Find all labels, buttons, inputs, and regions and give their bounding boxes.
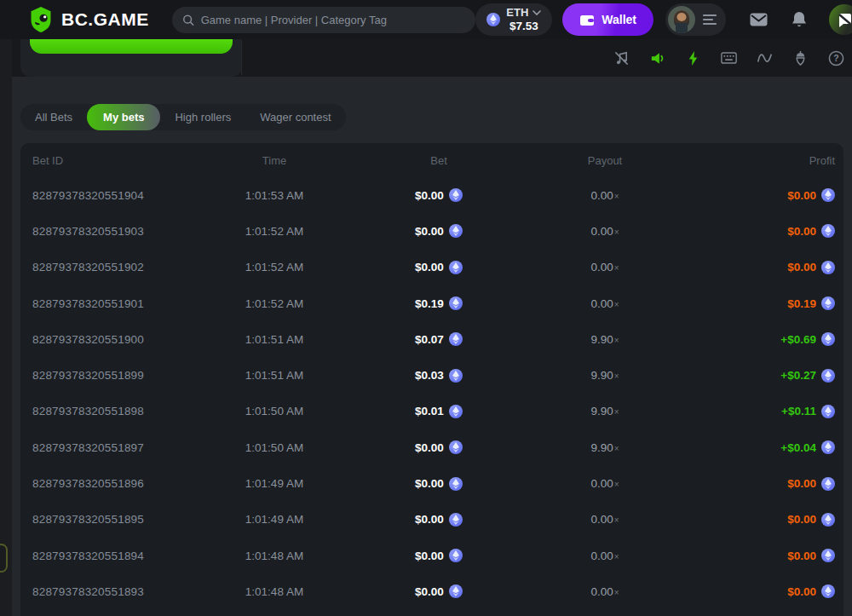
table-row[interactable]: 82879378320551895 1:01:49 AM $0.00 0.00×… — [20, 502, 843, 538]
table-row[interactable]: 82879378320551896 1:01:49 AM $0.00 0.00×… — [20, 465, 843, 501]
bet-id-cell[interactable]: 82879378320551898 — [20, 405, 191, 417]
tab-all-bets[interactable]: All Bets — [20, 104, 87, 130]
bet-id-cell[interactable]: 82879378320551893 — [20, 585, 191, 598]
bet-id-cell[interactable]: 82879378320551899 — [20, 369, 191, 382]
profit-cell: $0.00 — [690, 188, 843, 202]
payout-cell: 0.00× — [520, 297, 690, 310]
wave-icon[interactable] — [757, 50, 773, 66]
tab-high-rollers[interactable]: High rollers — [160, 104, 245, 130]
bet-id-cell[interactable]: 82879378320551904 — [20, 189, 191, 202]
payout-value: 0.00 — [590, 261, 613, 273]
table-row[interactable]: 82879378320551902 1:01:52 AM $0.00 0.00×… — [20, 250, 843, 285]
profit-cell: +$0.04 — [690, 440, 843, 454]
eth-coin-icon — [449, 549, 463, 562]
payout-cell: 0.00× — [520, 477, 690, 490]
bet-id-cell[interactable]: 82879378320551900 — [20, 333, 191, 346]
bet-cell: $0.07 — [358, 332, 520, 346]
edge-widget-fragment[interactable] — [0, 544, 8, 573]
profit-cell: $0.00 — [690, 549, 843, 562]
music-off-icon[interactable] — [613, 50, 630, 66]
table-row[interactable]: 82879378320551898 1:01:50 AM $0.01 9.90×… — [20, 394, 843, 429]
table-row[interactable]: 82879378320551893 1:01:48 AM $0.00 0.00×… — [20, 573, 843, 609]
acorn-icon[interactable] — [792, 50, 809, 66]
multiplier-symbol: × — [614, 407, 619, 417]
bell-icon[interactable] — [792, 11, 807, 28]
payout-value: 0.00 — [590, 225, 613, 238]
bet-cell: $0.00 — [358, 513, 520, 527]
payout-value: 9.90 — [590, 369, 613, 382]
tab-wager-contest[interactable]: Wager contest — [245, 104, 345, 130]
bets-table-body: 82879378320551904 1:01:53 AM $0.00 0.00×… — [20, 177, 843, 610]
profile-menu[interactable] — [665, 3, 726, 36]
bet-amount: $0.00 — [415, 513, 444, 526]
multiplier-symbol: × — [614, 588, 619, 597]
multiplier-symbol: × — [614, 552, 619, 561]
table-row[interactable]: 82879378320551901 1:01:52 AM $0.19 0.00×… — [20, 285, 843, 321]
payout-cell: 0.00× — [520, 513, 690, 526]
wallet-button[interactable]: Wallet — [562, 3, 653, 36]
bet-id-cell[interactable]: 82879378320551897 — [20, 441, 191, 454]
time-cell: 1:01:53 AM — [191, 189, 358, 202]
bet-amount: $0.01 — [415, 405, 444, 417]
profit-amount: $0.19 — [787, 297, 816, 310]
currency-code: ETH — [506, 7, 528, 20]
payout-value: 0.00 — [590, 477, 613, 490]
bcgame-logo-icon — [28, 6, 54, 33]
table-row[interactable]: 82879378320551903 1:01:52 AM $0.00 0.00×… — [20, 213, 843, 249]
table-row[interactable]: 82879378320551904 1:01:53 AM $0.00 0.00×… — [20, 177, 843, 213]
game-panel-bottom: ? — [12, 39, 852, 77]
eth-coin-icon — [449, 405, 463, 418]
eth-coin-icon — [449, 369, 463, 383]
payout-cell: 9.90× — [520, 333, 690, 346]
sidebar-strip — [0, 39, 12, 616]
eth-coin-icon — [449, 513, 463, 527]
payout-value: 0.00 — [590, 513, 613, 526]
bet-amount: $0.00 — [415, 585, 444, 598]
table-row[interactable]: 82879378320551897 1:01:50 AM $0.00 9.90×… — [20, 429, 843, 465]
bet-id-cell[interactable]: 82879378320551902 — [20, 261, 191, 273]
bet-id-cell[interactable]: 82879378320551894 — [20, 550, 191, 562]
speaker-icon[interactable] — [649, 50, 665, 66]
table-row[interactable]: 82879378320551900 1:01:51 AM $0.07 9.90×… — [20, 321, 843, 357]
bet-id-cell[interactable]: 82879378320551896 — [20, 477, 191, 490]
payout-value: 0.00 — [590, 585, 613, 598]
bet-id-cell[interactable]: 82879378320551901 — [20, 297, 191, 310]
lightning-icon[interactable] — [685, 50, 701, 66]
search-input[interactable] — [201, 14, 466, 26]
svg-text:?: ? — [833, 54, 838, 63]
profit-amount: $0.00 — [787, 261, 816, 273]
bet-button[interactable] — [30, 39, 233, 54]
time-cell: 1:01:52 AM — [191, 297, 358, 310]
chat-disabled-icon[interactable] — [829, 4, 852, 35]
panel-divider — [241, 41, 242, 75]
profit-cell: $0.00 — [690, 224, 843, 238]
bet-id-cell[interactable]: 82879378320551903 — [20, 225, 191, 238]
tab-my-bets[interactable]: My bets — [87, 104, 160, 130]
bet-cell: $0.00 — [358, 584, 520, 598]
table-row[interactable]: 82879378320551899 1:01:51 AM $0.03 9.90×… — [20, 357, 843, 393]
payout-cell: 0.00× — [520, 585, 690, 598]
table-row[interactable]: 82879378320551894 1:01:48 AM $0.00 0.00×… — [20, 538, 843, 573]
mail-icon[interactable] — [750, 13, 768, 26]
time-cell: 1:01:52 AM — [191, 225, 358, 238]
multiplier-symbol: × — [614, 480, 619, 489]
eth-coin-icon — [821, 224, 835, 238]
eth-coin-icon — [821, 261, 835, 274]
payout-value: 0.00 — [590, 189, 613, 202]
eth-coin-icon — [821, 584, 835, 598]
bet-controls-panel — [20, 39, 242, 77]
payout-cell: 9.90× — [520, 441, 690, 454]
avatar[interactable] — [668, 6, 695, 33]
bets-table: Bet ID Time Bet Payout Profit 8287937832… — [20, 143, 843, 616]
currency-selector[interactable]: ETH $7.53 — [475, 3, 552, 36]
payout-cell: 9.90× — [520, 369, 690, 382]
brand-logo[interactable]: BC.GAME — [28, 6, 149, 33]
keyboard-icon[interactable] — [721, 50, 737, 66]
help-icon[interactable]: ? — [828, 50, 844, 66]
time-cell: 1:01:49 AM — [191, 477, 358, 490]
bet-id-cell[interactable]: 82879378320551895 — [20, 513, 191, 526]
col-time: Time — [191, 154, 358, 167]
profit-amount: $0.00 — [787, 585, 816, 598]
bet-cell: $0.00 — [358, 261, 520, 274]
game-search[interactable] — [172, 7, 476, 33]
